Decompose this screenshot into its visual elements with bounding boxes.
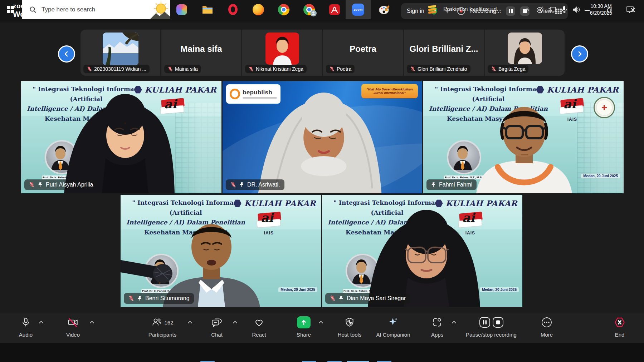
muted-mic-icon: [87, 66, 92, 72]
display-name: Poetra: [323, 44, 403, 54]
news-widget-button[interactable]: [422, 0, 442, 19]
audio-options-caret-icon[interactable]: [39, 321, 44, 324]
acrobat-button[interactable]: [323, 0, 346, 19]
participant-name-label: Fahmi Fahmi: [426, 179, 477, 190]
filmstrip-tile[interactable]: 20230301119 Widian ...: [80, 30, 160, 76]
participant-video-benri: [121, 195, 321, 307]
display-name: Maina sifa: [161, 44, 241, 54]
filmstrip-prev-button[interactable]: [58, 45, 75, 63]
chat-button[interactable]: Chat: [201, 316, 233, 338]
taskbar-search[interactable]: [22, 0, 170, 19]
participant-name-label: Maina sifa: [164, 65, 201, 73]
microphone-icon: [20, 316, 31, 329]
participant-video-putri: [21, 81, 221, 193]
share-button[interactable]: Share: [287, 316, 321, 338]
participants-filmstrip: 20230301119 Widian ... Maina sifa Maina …: [80, 30, 565, 76]
pin-icon: [38, 182, 43, 188]
news-headline[interactable]: Prakiraan kualitas ud...: [443, 6, 502, 13]
filmstrip-tile[interactable]: Poetra Poetra: [323, 30, 403, 76]
muted-mic-icon: [167, 66, 173, 72]
more-button[interactable]: More: [529, 316, 565, 338]
windows-logo-icon: [7, 6, 15, 14]
participant-video-fahmi: [423, 81, 624, 193]
volume-icon[interactable]: [570, 0, 583, 19]
file-explorer-button[interactable]: [196, 0, 219, 19]
zoom-app-button[interactable]: zoom: [346, 0, 371, 19]
start-button[interactable]: [0, 0, 21, 19]
video-button[interactable]: Video: [57, 316, 89, 338]
chat-caret-icon[interactable]: [233, 321, 238, 324]
ai-companion-button[interactable]: AI Companion: [368, 316, 419, 338]
opera-button[interactable]: [221, 0, 244, 19]
muted-mic-icon: [330, 295, 336, 302]
video-options-caret-icon[interactable]: [89, 321, 94, 324]
pause-stop-recording-button[interactable]: Pause/stop recording: [459, 316, 524, 338]
windows-taskbar: [0, 343, 644, 362]
weather-sun-icon[interactable]: [150, 0, 170, 19]
acrobat-icon: [329, 4, 340, 15]
paint-button[interactable]: [373, 0, 396, 19]
stop-recording-icon[interactable]: [492, 317, 504, 328]
video-tile-putri[interactable]: " Integrasi Teknologi Informasi (Artific…: [21, 81, 221, 193]
pause-recording-icon[interactable]: [479, 317, 491, 328]
paint-icon: [379, 4, 390, 15]
taskbar-clock[interactable]: 10:30 AM 6/20/2025: [585, 3, 618, 16]
participants-caret-icon[interactable]: [187, 321, 192, 324]
muted-mic-icon: [128, 295, 135, 302]
zoom-app-icon: zoom: [352, 4, 364, 16]
network-display-icon[interactable]: [546, 0, 558, 19]
participant-name-label: Birgita Zega: [488, 65, 528, 73]
participants-button[interactable]: 162 Participants: [141, 316, 184, 338]
audio-button[interactable]: Audio: [10, 316, 42, 338]
filmstrip-tile[interactable]: Glori Brilliani Z... Glori Brilliani Zen…: [404, 30, 484, 76]
pause-recording-button[interactable]: [506, 6, 515, 16]
heart-icon: [254, 316, 264, 329]
video-tile-benri[interactable]: " Integrasi Teknologi Informasi (Artific…: [121, 195, 321, 307]
copilot-icon: [176, 4, 187, 15]
host-tools-button[interactable]: Host tools: [326, 316, 373, 338]
chevron-left-icon: [64, 51, 69, 57]
video-tile-asriwati[interactable]: bepublish "Kiat Jitu Dosen Menaklukkan J…: [223, 81, 422, 193]
display-name: Glori Brilliani Z...: [404, 44, 484, 54]
filmstrip-tile[interactable]: Birgita Zega: [485, 30, 565, 76]
tray-expand-button[interactable]: [521, 0, 533, 19]
camera-off-icon: [67, 316, 79, 329]
tray-microphone-icon[interactable]: [558, 0, 570, 19]
chat-icon: [211, 316, 223, 329]
video-tile-fahmi[interactable]: " Integrasi Teknologi Informasi (Artific…: [423, 81, 624, 193]
apps-button[interactable]: Apps: [422, 316, 452, 338]
pin-icon: [239, 182, 245, 188]
apps-caret-icon[interactable]: [452, 321, 457, 324]
share-screen-icon: [297, 316, 311, 328]
action-center-button[interactable]: [621, 0, 639, 19]
meet-now-icon[interactable]: [534, 0, 546, 19]
avatar: [508, 33, 542, 64]
more-ellipsis-icon: [541, 316, 552, 329]
chrome-button[interactable]: [272, 0, 295, 19]
copilot-button[interactable]: [172, 0, 192, 19]
pin-icon: [137, 296, 143, 301]
clock-time: 10:30 AM: [585, 3, 618, 10]
sign-in-button[interactable]: Sign in: [407, 8, 424, 14]
pin-icon: [338, 296, 344, 301]
search-input[interactable]: [41, 6, 150, 14]
filmstrip-next-button[interactable]: [571, 45, 588, 63]
participant-video-dian: [322, 195, 522, 307]
firefox-button[interactable]: [247, 0, 270, 19]
chevron-right-icon: [577, 51, 582, 57]
participant-name-label: Poetra: [326, 65, 355, 73]
avatar: [265, 33, 299, 65]
opera-icon: [228, 4, 238, 15]
end-x-icon: [614, 316, 626, 329]
end-meeting-button[interactable]: End: [602, 316, 638, 338]
react-button[interactable]: React: [243, 316, 275, 338]
filmstrip-tile[interactable]: Maina sifa Maina sifa: [161, 30, 241, 76]
filmstrip-tile[interactable]: Nikmat Kristiani Zega: [242, 30, 322, 76]
chrome-profile-button[interactable]: [298, 0, 321, 19]
search-icon: [29, 6, 36, 13]
zoom-meeting-window: zoom Workplace Sign in Recording... View: [0, 0, 644, 362]
participant-name-label: Glori Brilliani Zendrato: [407, 65, 470, 73]
share-caret-icon[interactable]: [318, 321, 323, 324]
muted-mic-icon: [230, 182, 236, 188]
video-tile-dian[interactable]: " Integrasi Teknologi Informasi (Artific…: [322, 195, 522, 307]
